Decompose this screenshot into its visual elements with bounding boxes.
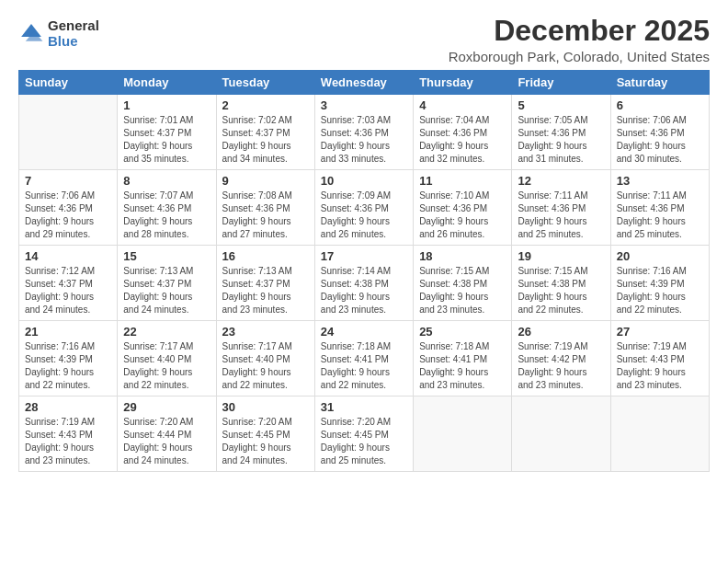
- day-info: Sunrise: 7:08 AMSunset: 4:36 PMDaylight:…: [222, 190, 309, 241]
- page-container: General Blue December 2025 Roxborough Pa…: [0, 0, 728, 563]
- logo: General Blue: [18, 18, 99, 49]
- calendar-cell: 19Sunrise: 7:15 AMSunset: 4:38 PMDayligh…: [512, 246, 610, 321]
- calendar-cell: 22Sunrise: 7:17 AMSunset: 4:40 PMDayligh…: [118, 321, 216, 396]
- day-info: Sunrise: 7:14 AMSunset: 4:38 PMDaylight:…: [321, 265, 407, 316]
- day-number: 2: [222, 98, 309, 112]
- day-number: 9: [222, 174, 309, 188]
- col-saturday: Saturday: [610, 71, 709, 95]
- calendar-cell: 20Sunrise: 7:16 AMSunset: 4:39 PMDayligh…: [610, 246, 709, 321]
- day-info: Sunrise: 7:17 AMSunset: 4:40 PMDaylight:…: [222, 340, 309, 392]
- day-number: 31: [321, 400, 407, 414]
- calendar-cell: [512, 396, 610, 472]
- day-number: 15: [123, 249, 210, 263]
- day-number: 12: [518, 174, 604, 188]
- calendar-cell: 27Sunrise: 7:19 AMSunset: 4:43 PMDayligh…: [610, 321, 709, 396]
- calendar-cell: 25Sunrise: 7:18 AMSunset: 4:41 PMDayligh…: [414, 321, 512, 396]
- day-info: Sunrise: 7:06 AMSunset: 4:36 PMDaylight:…: [617, 114, 703, 166]
- calendar-week-row: 7Sunrise: 7:06 AMSunset: 4:36 PMDaylight…: [19, 170, 710, 246]
- day-info: Sunrise: 7:20 AMSunset: 4:44 PMDaylight:…: [123, 416, 210, 467]
- day-number: 18: [419, 249, 506, 263]
- day-number: 14: [25, 249, 111, 263]
- calendar-cell: 29Sunrise: 7:20 AMSunset: 4:44 PMDayligh…: [118, 396, 216, 472]
- day-info: Sunrise: 7:01 AMSunset: 4:37 PMDaylight:…: [123, 114, 210, 166]
- day-info: Sunrise: 7:16 AMSunset: 4:39 PMDaylight:…: [617, 265, 703, 316]
- day-info: Sunrise: 7:13 AMSunset: 4:37 PMDaylight:…: [222, 265, 309, 316]
- day-info: Sunrise: 7:11 AMSunset: 4:36 PMDaylight:…: [617, 190, 703, 241]
- day-info: Sunrise: 7:04 AMSunset: 4:36 PMDaylight:…: [419, 114, 506, 166]
- calendar-cell: 26Sunrise: 7:19 AMSunset: 4:42 PMDayligh…: [512, 321, 610, 396]
- day-info: Sunrise: 7:16 AMSunset: 4:39 PMDaylight:…: [25, 340, 111, 392]
- day-info: Sunrise: 7:12 AMSunset: 4:37 PMDaylight:…: [25, 265, 111, 316]
- calendar-cell: 8Sunrise: 7:07 AMSunset: 4:36 PMDaylight…: [118, 170, 216, 246]
- calendar-cell: 23Sunrise: 7:17 AMSunset: 4:40 PMDayligh…: [216, 321, 314, 396]
- calendar-cell: 7Sunrise: 7:06 AMSunset: 4:36 PMDaylight…: [19, 170, 118, 246]
- day-info: Sunrise: 7:20 AMSunset: 4:45 PMDaylight:…: [222, 416, 309, 467]
- day-number: 29: [123, 400, 210, 414]
- day-info: Sunrise: 7:19 AMSunset: 4:42 PMDaylight:…: [518, 340, 604, 392]
- day-info: Sunrise: 7:07 AMSunset: 4:36 PMDaylight:…: [123, 190, 210, 241]
- col-tuesday: Tuesday: [216, 71, 314, 95]
- day-number: 13: [617, 174, 703, 188]
- calendar-cell: 2Sunrise: 7:02 AMSunset: 4:37 PMDaylight…: [216, 95, 314, 170]
- logo-general: General: [48, 18, 99, 34]
- day-info: Sunrise: 7:19 AMSunset: 4:43 PMDaylight:…: [617, 340, 703, 392]
- calendar-cell: 4Sunrise: 7:04 AMSunset: 4:36 PMDaylight…: [414, 95, 512, 170]
- day-number: 19: [518, 249, 604, 263]
- day-number: 28: [25, 400, 111, 414]
- calendar-cell: 6Sunrise: 7:06 AMSunset: 4:36 PMDaylight…: [610, 95, 709, 170]
- col-monday: Monday: [118, 71, 216, 95]
- day-info: Sunrise: 7:15 AMSunset: 4:38 PMDaylight:…: [518, 265, 604, 316]
- calendar-cell: 24Sunrise: 7:18 AMSunset: 4:41 PMDayligh…: [314, 321, 413, 396]
- day-info: Sunrise: 7:11 AMSunset: 4:36 PMDaylight:…: [518, 190, 604, 241]
- calendar-cell: 1Sunrise: 7:01 AMSunset: 4:37 PMDaylight…: [118, 95, 216, 170]
- calendar-cell: 9Sunrise: 7:08 AMSunset: 4:36 PMDaylight…: [216, 170, 314, 246]
- calendar-cell: 17Sunrise: 7:14 AMSunset: 4:38 PMDayligh…: [314, 246, 413, 321]
- day-number: 17: [321, 249, 407, 263]
- day-info: Sunrise: 7:05 AMSunset: 4:36 PMDaylight:…: [518, 114, 604, 166]
- day-info: Sunrise: 7:19 AMSunset: 4:43 PMDaylight:…: [25, 416, 111, 467]
- calendar-cell: 31Sunrise: 7:20 AMSunset: 4:45 PMDayligh…: [314, 396, 413, 472]
- calendar-cell: 15Sunrise: 7:13 AMSunset: 4:37 PMDayligh…: [118, 246, 216, 321]
- calendar-cell: 3Sunrise: 7:03 AMSunset: 4:36 PMDaylight…: [314, 95, 413, 170]
- day-number: 21: [25, 325, 111, 339]
- col-thursday: Thursday: [414, 71, 512, 95]
- day-number: 7: [25, 174, 111, 188]
- calendar-cell: 11Sunrise: 7:10 AMSunset: 4:36 PMDayligh…: [414, 170, 512, 246]
- day-number: 8: [123, 174, 210, 188]
- day-info: Sunrise: 7:09 AMSunset: 4:36 PMDaylight:…: [321, 190, 407, 241]
- calendar-cell: 10Sunrise: 7:09 AMSunset: 4:36 PMDayligh…: [314, 170, 413, 246]
- logo-blue: Blue: [48, 34, 99, 50]
- day-number: 27: [617, 325, 703, 339]
- calendar-header-row: Sunday Monday Tuesday Wednesday Thursday…: [19, 71, 710, 95]
- day-number: 24: [321, 325, 407, 339]
- calendar-cell: 21Sunrise: 7:16 AMSunset: 4:39 PMDayligh…: [19, 321, 118, 396]
- day-info: Sunrise: 7:17 AMSunset: 4:40 PMDaylight:…: [123, 340, 210, 392]
- day-info: Sunrise: 7:10 AMSunset: 4:36 PMDaylight:…: [419, 190, 506, 241]
- col-wednesday: Wednesday: [314, 71, 413, 95]
- calendar-week-row: 1Sunrise: 7:01 AMSunset: 4:37 PMDaylight…: [19, 95, 710, 170]
- day-number: 11: [419, 174, 506, 188]
- day-number: 30: [222, 400, 309, 414]
- calendar-cell: [610, 396, 709, 472]
- calendar-cell: 13Sunrise: 7:11 AMSunset: 4:36 PMDayligh…: [610, 170, 709, 246]
- main-title: December 2025: [449, 15, 710, 47]
- day-number: 1: [123, 98, 210, 112]
- calendar-week-row: 28Sunrise: 7:19 AMSunset: 4:43 PMDayligh…: [19, 396, 710, 472]
- title-block: December 2025 Roxborough Park, Colorado,…: [449, 15, 710, 64]
- calendar-week-row: 14Sunrise: 7:12 AMSunset: 4:37 PMDayligh…: [19, 246, 710, 321]
- day-info: Sunrise: 7:18 AMSunset: 4:41 PMDaylight:…: [419, 340, 506, 392]
- col-sunday: Sunday: [19, 71, 118, 95]
- col-friday: Friday: [512, 71, 610, 95]
- calendar-cell: 30Sunrise: 7:20 AMSunset: 4:45 PMDayligh…: [216, 396, 314, 472]
- day-number: 20: [617, 249, 703, 263]
- calendar-week-row: 21Sunrise: 7:16 AMSunset: 4:39 PMDayligh…: [19, 321, 710, 396]
- day-info: Sunrise: 7:03 AMSunset: 4:36 PMDaylight:…: [321, 114, 407, 166]
- calendar-cell: 12Sunrise: 7:11 AMSunset: 4:36 PMDayligh…: [512, 170, 610, 246]
- calendar-cell: [414, 396, 512, 472]
- calendar-cell: [19, 95, 118, 170]
- calendar-cell: 14Sunrise: 7:12 AMSunset: 4:37 PMDayligh…: [19, 246, 118, 321]
- calendar-cell: 16Sunrise: 7:13 AMSunset: 4:37 PMDayligh…: [216, 246, 314, 321]
- day-number: 25: [419, 325, 506, 339]
- day-number: 10: [321, 174, 407, 188]
- day-info: Sunrise: 7:02 AMSunset: 4:37 PMDaylight:…: [222, 114, 309, 166]
